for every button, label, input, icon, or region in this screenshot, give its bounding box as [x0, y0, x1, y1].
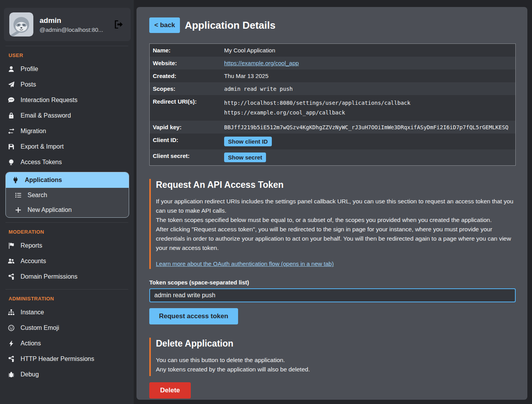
sidebar-item-http-header-permissions[interactable]: HTTP Header Permissions — [0, 351, 134, 367]
user-card: admin @admin@localhost:80... — [4, 8, 131, 41]
sidebar-item-label: Posts — [21, 81, 36, 88]
section-paragraph: After clicking "Request access token", y… — [156, 225, 516, 253]
sidebar-item-export-import[interactable]: Export & Import — [0, 139, 134, 154]
table-row: Scopes: admin read write push — [150, 82, 515, 95]
row-value: My Cool Application — [221, 44, 515, 57]
sidebar-item-new-application[interactable]: New Application — [6, 203, 129, 217]
users-icon — [8, 258, 15, 265]
plus-icon — [15, 206, 22, 213]
sidebar-item-label: Profile — [21, 66, 38, 73]
divider — [5, 46, 128, 46]
floppy-disk-icon — [8, 143, 15, 150]
sidebar-item-domain-permissions[interactable]: Domain Permissions — [0, 269, 134, 284]
application-details-table: Name: My Cool Application Website: https… — [149, 43, 516, 166]
sidebar-item-label: Search — [28, 192, 47, 199]
sidebar-item-label: Access Tokens — [21, 159, 62, 166]
row-value: Show secret — [221, 149, 515, 165]
sidebar-section-administration: ADMINISTRATION — [9, 296, 134, 302]
plug-icon — [12, 177, 19, 184]
user-meta: admin @admin@localhost:80... — [40, 16, 107, 33]
applications-menu-group: Applications Search New Application — [5, 172, 129, 218]
table-row: Name: My Cool Application — [150, 44, 515, 57]
section-paragraph: If your application redirect URIs includ… — [156, 197, 516, 215]
sidebar-item-applications[interactable]: Applications — [6, 172, 129, 188]
row-label: Redirect URI(s): — [150, 95, 221, 121]
certificate-icon — [8, 159, 15, 166]
sidebar-item-search[interactable]: Search — [6, 188, 129, 203]
sidebar-item-label: Accounts — [21, 258, 46, 265]
table-row: Vapid key: BBJffJ219b5iE512m7wQSzv4KgKDh… — [150, 121, 515, 134]
sidebar-item-label: Instance — [21, 309, 44, 316]
row-label: Scopes: — [150, 82, 221, 95]
redirect-uri: http://localhost:8080/settings/user/appl… — [224, 98, 512, 108]
sidebar-item-debug[interactable]: Debug — [0, 367, 134, 382]
divider — [5, 289, 128, 290]
sidebar-item-interaction-requests[interactable]: Interaction Requests — [0, 92, 134, 108]
request-token-section: Request An API Access Token If your appl… — [149, 179, 516, 269]
section-paragraph: The token scopes specified below must be… — [156, 215, 516, 225]
bolt-icon — [8, 340, 15, 347]
sidebar-item-label: Export & Import — [21, 143, 64, 150]
sidebar-item-label: Actions — [21, 340, 41, 347]
row-label: Client secret: — [150, 149, 221, 165]
show-client-id-button[interactable]: Show client ID — [224, 137, 272, 146]
table-row: Website: https://example.org/cool_app — [150, 57, 515, 69]
sidebar-item-email-password[interactable]: Email & Password — [0, 108, 134, 123]
sidebar-item-label: HTTP Header Permissions — [21, 355, 94, 362]
share-nodes-icon — [8, 273, 15, 280]
sidebar-section-moderation: MODERATION — [9, 229, 134, 235]
settings-app: admin @admin@localhost:80... USER Profil… — [0, 0, 532, 404]
sidebar-item-label: Migration — [21, 128, 46, 135]
comment-dots-icon — [8, 97, 15, 104]
sidebar: admin @admin@localhost:80... USER Profil… — [0, 0, 134, 404]
redirect-uri: https://example.org/cool_app/callback — [224, 108, 512, 118]
sidebar-item-actions[interactable]: Actions — [0, 336, 134, 351]
paper-plane-icon — [8, 81, 15, 88]
row-value: http://localhost:8080/settings/user/appl… — [221, 95, 515, 121]
show-secret-button[interactable]: Show secret — [224, 153, 266, 162]
sidebar-item-label: Interaction Requests — [21, 97, 78, 104]
sidebar-item-label: Domain Permissions — [21, 273, 78, 280]
smile-icon — [8, 324, 15, 331]
sidebar-item-label: Reports — [21, 242, 42, 249]
divider — [5, 222, 128, 223]
row-value: Thu Mar 13 2025 — [221, 69, 515, 82]
sidebar-item-label: Debug — [21, 371, 39, 378]
user-icon — [8, 66, 15, 73]
share-nodes-icon — [8, 355, 15, 362]
table-row: Client secret: Show secret — [150, 149, 515, 165]
section-paragraph: You can use this button to delete the ap… — [156, 355, 516, 365]
section-title: Request An API Access Token — [156, 180, 516, 190]
sidebar-item-custom-emoji[interactable]: Custom Emoji — [0, 320, 134, 336]
row-value: BBJffJ219b5iE512m7wQSzv4KgKDhgZZVzNyWC_r… — [221, 121, 515, 134]
token-scopes-input[interactable] — [149, 288, 516, 302]
table-row: Created: Thu Mar 13 2025 — [150, 69, 515, 82]
main-panel: < back Application Details Name: My Cool… — [136, 7, 527, 400]
row-label: Created: — [150, 69, 221, 82]
row-label: Name: — [150, 44, 221, 57]
back-button[interactable]: < back — [149, 17, 180, 33]
page-header: < back Application Details — [149, 17, 516, 33]
sidebar-section-user: USER — [9, 52, 134, 58]
delete-application-section: Delete Application You can use this butt… — [149, 338, 516, 376]
sidebar-item-migration[interactable]: Migration — [0, 123, 134, 139]
delete-button[interactable]: Delete — [149, 382, 191, 399]
user-name: admin — [40, 16, 107, 25]
flag-icon — [8, 242, 15, 249]
sign-out-icon[interactable] — [114, 19, 124, 29]
website-link[interactable]: https://example.org/cool_app — [224, 60, 299, 66]
sidebar-item-reports[interactable]: Reports — [0, 238, 134, 253]
exchange-icon — [8, 128, 15, 135]
avatar — [9, 12, 33, 36]
lock-icon — [8, 112, 15, 119]
sidebar-item-posts[interactable]: Posts — [0, 77, 134, 92]
sidebar-item-accounts[interactable]: Accounts — [0, 253, 134, 269]
request-access-token-button[interactable]: Request access token — [149, 308, 238, 324]
sidebar-item-instance[interactable]: Instance — [0, 305, 134, 320]
oauth-docs-link[interactable]: Learn more about the OAuth authenticatio… — [156, 260, 334, 267]
table-row: Redirect URI(s): http://localhost:8080/s… — [150, 95, 515, 121]
row-label: Website: — [150, 57, 221, 69]
sidebar-item-profile[interactable]: Profile — [0, 61, 134, 77]
sidebar-item-access-tokens[interactable]: Access Tokens — [0, 154, 134, 170]
applications-submenu: Search New Application — [6, 188, 129, 217]
